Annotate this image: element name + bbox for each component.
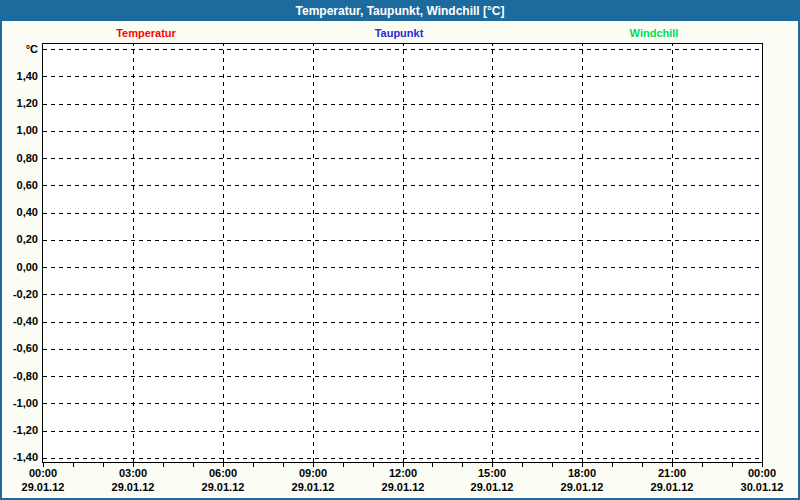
x-axis-date-label: 29.01.12 bbox=[456, 481, 528, 493]
x-axis-time-label: 15:00 bbox=[456, 467, 528, 479]
v-gridline bbox=[403, 44, 404, 462]
x-axis-date-label: 29.01.12 bbox=[546, 481, 618, 493]
y-axis-label: -1,00 bbox=[2, 397, 38, 410]
x-axis-time-label: 03:00 bbox=[97, 467, 169, 479]
y-axis-label: -0,20 bbox=[2, 288, 38, 301]
x-axis-date-label: 29.01.12 bbox=[367, 481, 439, 493]
x-axis-date-label: 29.01.12 bbox=[7, 481, 79, 493]
x-axis-time-label: 00:00 bbox=[726, 467, 798, 479]
x-axis-date-label: 29.01.12 bbox=[187, 481, 259, 493]
y-axis-label: 0,20 bbox=[2, 233, 38, 246]
x-axis-time-label: 00:00 bbox=[7, 467, 79, 479]
chart-legend: TemperaturTaupunktWindchill bbox=[2, 27, 798, 41]
x-axis-time-label: 21:00 bbox=[636, 467, 708, 479]
chart-title-bar: Temperatur, Taupunkt, Windchill [°C] bbox=[2, 2, 798, 21]
v-gridline bbox=[492, 44, 493, 462]
y-axis-label: -0,60 bbox=[2, 342, 38, 355]
x-axis-date-label: 29.01.12 bbox=[97, 481, 169, 493]
x-axis-time-label: 09:00 bbox=[277, 467, 349, 479]
y-axis-label: -1,20 bbox=[2, 424, 38, 437]
x-axis-time-label: 18:00 bbox=[546, 467, 618, 479]
chart-window: Temperatur, Taupunkt, Windchill [°C] Tem… bbox=[0, 0, 800, 500]
y-axis-label: -0,80 bbox=[2, 370, 38, 383]
y-axis-label: 0,80 bbox=[2, 152, 38, 165]
legend-item-windchill: Windchill bbox=[630, 27, 679, 39]
y-axis-label: 1,00 bbox=[2, 124, 38, 137]
y-axis-label: 1,40 bbox=[2, 70, 38, 83]
legend-item-temperatur: Temperatur bbox=[116, 27, 176, 39]
plot-area bbox=[42, 43, 763, 463]
x-axis-date-label: 30.01.12 bbox=[726, 481, 798, 493]
x-axis-time-label: 06:00 bbox=[187, 467, 259, 479]
legend-item-taupunkt: Taupunkt bbox=[375, 27, 424, 39]
v-gridline bbox=[313, 44, 314, 462]
x-axis-date-label: 29.01.12 bbox=[277, 481, 349, 493]
x-axis-date-label: 29.01.12 bbox=[636, 481, 708, 493]
chart-title: Temperatur, Taupunkt, Windchill [°C] bbox=[296, 4, 505, 18]
y-axis-label: -0,40 bbox=[2, 315, 38, 328]
y-axis-label: 0,40 bbox=[2, 206, 38, 219]
v-gridline bbox=[582, 44, 583, 462]
y-axis-label: 0,60 bbox=[2, 179, 38, 192]
v-gridline bbox=[672, 44, 673, 462]
x-axis-time-label: 12:00 bbox=[367, 467, 439, 479]
v-gridline bbox=[223, 44, 224, 462]
y-axis-label: 1,20 bbox=[2, 97, 38, 110]
y-axis-label: -1,40 bbox=[2, 451, 38, 464]
v-gridline bbox=[133, 44, 134, 462]
y-axis-unit-label: °C bbox=[2, 43, 38, 56]
y-axis-label: 0,00 bbox=[2, 261, 38, 274]
